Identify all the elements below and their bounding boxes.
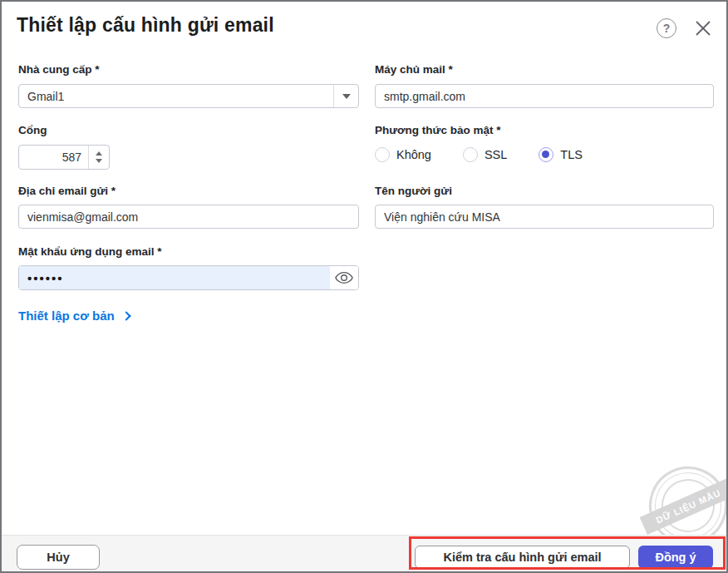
sender-email-input[interactable] — [18, 205, 359, 229]
radio-label: TLS — [560, 148, 583, 161]
email-config-dialog: Thiết lập cấu hình gửi email ? Nhà cung … — [0, 0, 728, 573]
stamp-ribbon: DỮ LIỆU MẪU — [640, 477, 728, 535]
app-password-field[interactable]: •••••• — [18, 265, 359, 290]
radio-ssl[interactable]: SSL — [463, 147, 507, 162]
close-icon[interactable] — [693, 18, 713, 38]
password-masked-value: •••••• — [19, 266, 330, 289]
port-value: 587 — [19, 151, 88, 164]
eye-icon — [335, 271, 353, 284]
radio-label: SSL — [485, 148, 507, 161]
provider-select[interactable]: Gmail1 — [18, 84, 359, 108]
spinner-down-icon[interactable] — [96, 159, 102, 163]
basic-settings-link-label: Thiết lập cơ bản — [18, 309, 115, 323]
radio-tls[interactable]: TLS — [539, 147, 583, 162]
radio-circle-icon — [463, 147, 478, 162]
caret-down-icon — [342, 94, 351, 99]
radio-circle-icon — [375, 147, 390, 162]
toggle-password-visibility[interactable] — [330, 266, 358, 289]
provider-label: Nhà cung cấp * — [18, 63, 100, 76]
basic-settings-link[interactable]: Thiết lập cơ bản — [18, 309, 130, 323]
port-stepper[interactable]: 587 — [18, 145, 110, 170]
confirm-button[interactable]: Đồng ý — [638, 546, 713, 569]
port-label: Cổng — [18, 124, 47, 136]
cancel-button[interactable]: Hủy — [17, 545, 100, 570]
radio-circle-icon — [539, 147, 553, 162]
spinner-up-icon[interactable] — [96, 151, 102, 156]
help-icon[interactable]: ? — [657, 18, 676, 38]
port-spinner[interactable] — [88, 146, 109, 169]
sender-email-label: Địa chỉ email gửi * — [18, 185, 116, 197]
dialog-title: Thiết lập cấu hình gửi email — [17, 14, 274, 37]
radio-label: Không — [396, 148, 431, 161]
mail-server-label: Máy chủ mail * — [375, 63, 453, 76]
sender-name-label: Tên người gửi — [375, 185, 452, 197]
security-label: Phương thức bảo mật * — [375, 124, 500, 136]
chevron-right-icon — [121, 311, 130, 320]
provider-value: Gmail1 — [19, 90, 333, 103]
test-config-button[interactable]: Kiểm tra cấu hình gửi email — [415, 546, 630, 569]
mail-server-input[interactable] — [375, 84, 714, 108]
stamp-ring — [653, 471, 723, 541]
app-password-label: Mật khẩu ứng dụng email * — [18, 245, 162, 258]
sender-name-input[interactable] — [375, 205, 714, 229]
security-radio-group: Không SSL TLS — [375, 147, 583, 162]
radio-khong[interactable]: Không — [375, 147, 431, 162]
provider-caret-zone[interactable] — [333, 85, 358, 107]
